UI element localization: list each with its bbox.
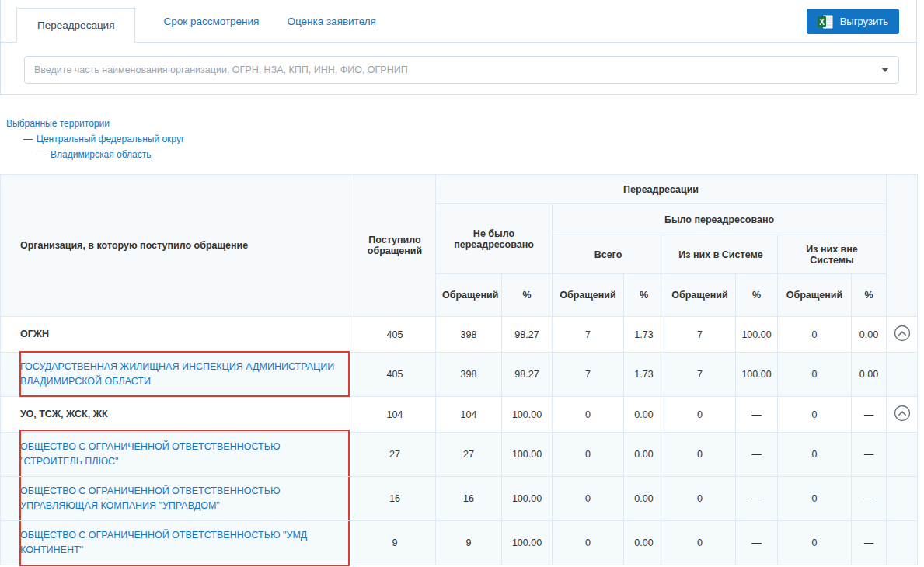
collapse-chevron-up-icon[interactable] [894, 405, 911, 422]
org-name-cell: ОБЩЕСТВО С ОГРАНИЧЕННОЙ ОТВЕТСТВЕННОСТЬЮ… [1, 521, 354, 565]
value-cell: 16 [354, 477, 436, 521]
value-cell: 104 [436, 397, 502, 433]
value-cell: 0 [778, 397, 852, 433]
value-cell: 405 [354, 317, 436, 353]
tree-dash: — [23, 134, 33, 144]
value-cell: 7 [553, 353, 624, 397]
territory-link-region[interactable]: Владимирская область [51, 149, 151, 160]
org-name-cell: ГОСУДАРСТВЕННАЯ ЖИЛИЩНАЯ ИНСПЕКЦИЯ АДМИН… [1, 353, 354, 397]
value-cell: 100.00 [502, 521, 553, 565]
value-cell: 0.00 [852, 317, 887, 353]
value-cell: 100.00 [502, 477, 553, 521]
territory-link-federal-district[interactable]: Центральный федеральный округ [37, 134, 184, 144]
org-link[interactable]: ОБЩЕСТВО С ОГРАНИЧЕННОЙ ОТВЕТСТВЕННОСТЬЮ… [20, 485, 281, 511]
value-cell: 0 [553, 521, 624, 565]
value-cell: 0 [778, 433, 852, 477]
value-cell: 398 [436, 353, 502, 397]
search-row [1, 43, 916, 94]
value-cell: — [736, 521, 778, 565]
org-search-input[interactable] [24, 56, 899, 84]
territory-item: —Владимирская область [6, 149, 924, 160]
table-row: ОБЩЕСТВО С ОГРАНИЧЕННОЙ ОТВЕТСТВЕННОСТЬЮ… [1, 477, 918, 521]
value-cell: 0 [778, 353, 852, 397]
value-cell: 0 [664, 433, 736, 477]
org-link[interactable]: ОБЩЕСТВО С ОГРАНИЧЕННОЙ ОТВЕТСТВЕННОСТЬЮ… [20, 530, 307, 555]
org-search-wrapper [24, 56, 899, 84]
value-cell: 0 [778, 317, 852, 353]
value-cell: 100.00 [502, 397, 553, 433]
territories-block: Выбранные территории —Центральный федера… [6, 118, 924, 160]
value-cell: 7 [553, 317, 624, 353]
value-cell: 0 [664, 477, 736, 521]
value-cell: 0 [664, 521, 736, 565]
col-header-percent: % [852, 274, 887, 317]
value-cell: 0.00 [624, 397, 664, 433]
tab-pereadresatsiya[interactable]: Переадресация [16, 8, 135, 43]
col-header-not-redirected: Не было переадресовано [436, 204, 553, 274]
value-cell: 100.00 [502, 433, 553, 477]
dropdown-caret-icon[interactable] [881, 68, 889, 72]
collapse-cell [887, 317, 918, 353]
col-header-collapse [887, 175, 918, 317]
value-cell: 100.00 [736, 353, 778, 397]
value-cell: 0 [778, 477, 852, 521]
svg-text:X: X [819, 17, 825, 26]
tab-otsenka-zayavitelya[interactable]: Оценка заявителя [287, 16, 376, 27]
value-cell: 100.00 [736, 317, 778, 353]
value-cell: 0 [778, 521, 852, 565]
value-cell: 104 [354, 397, 436, 433]
org-name-cell: УО, ТСЖ, ЖСК, ЖК [1, 397, 354, 433]
col-header-redirections: Переадресации [436, 175, 887, 204]
tab-bar: Переадресация Срок рассмотрения Оценка з… [1, 0, 916, 43]
value-cell: 1.73 [624, 317, 664, 353]
org-name-cell: ОГЖН [1, 317, 354, 353]
col-header-out-system: Из них вне Системы [778, 235, 887, 274]
value-cell: 16 [436, 477, 502, 521]
redirections-table: Организация, в которую поступило обращен… [0, 174, 918, 565]
col-header-percent: % [736, 274, 778, 317]
col-header-total: Всего [553, 235, 664, 274]
col-header-percent: % [624, 274, 664, 317]
col-header-percent: % [502, 274, 553, 317]
value-cell: 7 [664, 353, 736, 397]
value-cell: 27 [354, 433, 436, 477]
org-name-cell: ОБЩЕСТВО С ОГРАНИЧЕННОЙ ОТВЕТСТВЕННОСТЬЮ… [1, 433, 354, 477]
value-cell: 398 [436, 317, 502, 353]
org-link[interactable]: ГОСУДАРСТВЕННАЯ ЖИЛИЩНАЯ ИНСПЕКЦИЯ АДМИН… [20, 361, 334, 387]
collapse-cell [887, 397, 918, 433]
excel-icon: X [818, 15, 833, 29]
collapse-chevron-up-icon[interactable] [894, 325, 911, 342]
value-cell: 9 [436, 521, 502, 565]
collapse-cell [887, 433, 918, 477]
value-cell: 405 [354, 353, 436, 397]
value-cell: — [736, 397, 778, 433]
value-cell: 0 [664, 397, 736, 433]
table-row: УО, ТСЖ, ЖСК, ЖК104104100.0000.000—0— [1, 397, 918, 433]
tab-srok-rassmotreniya[interactable]: Срок рассмотрения [163, 16, 259, 27]
table-row: ОБЩЕСТВО С ОГРАНИЧЕННОЙ ОТВЕТСТВЕННОСТЬЮ… [1, 521, 918, 565]
value-cell: 27 [436, 433, 502, 477]
collapse-cell [887, 521, 918, 565]
col-header-was-redirected: Было переадресовано [553, 204, 887, 235]
value-cell: — [852, 433, 887, 477]
value-cell: — [852, 477, 887, 521]
col-header-in-system: Из них в Системе [664, 235, 778, 274]
export-button[interactable]: X Выгрузить [807, 9, 899, 34]
value-cell: 1.73 [624, 353, 664, 397]
org-link[interactable]: ОБЩЕСТВО С ОГРАНИЧЕННОЙ ОТВЕТСТВЕННОСТЬЮ… [20, 441, 281, 467]
value-cell: 7 [664, 317, 736, 353]
col-header-appeals: Обращений [778, 274, 852, 317]
value-cell: 98.27 [502, 317, 553, 353]
value-cell: 0.00 [624, 433, 664, 477]
table-row: ОГЖН40539898.2771.737100.0000.00 [1, 317, 918, 353]
top-panel: Переадресация Срок рассмотрения Оценка з… [0, 0, 917, 95]
territories-title[interactable]: Выбранные территории [6, 118, 110, 129]
tree-dash: — [37, 149, 47, 160]
value-cell: — [736, 477, 778, 521]
value-cell: 0.00 [852, 353, 887, 397]
col-header-organization: Организация, в которую поступило обращен… [1, 175, 354, 317]
collapse-cell [887, 477, 918, 521]
org-name-cell: ОБЩЕСТВО С ОГРАНИЧЕННОЙ ОТВЕТСТВЕННОСТЬЮ… [1, 477, 354, 521]
value-cell: 9 [354, 521, 436, 565]
export-button-label: Выгрузить [840, 16, 888, 27]
